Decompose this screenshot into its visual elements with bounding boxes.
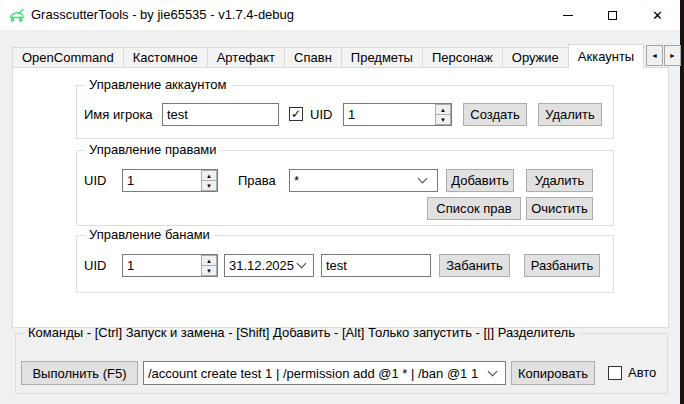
- tab-artifact[interactable]: Артефакт: [207, 47, 285, 68]
- add-permission-button[interactable]: Добавить: [446, 169, 514, 192]
- window-title: GrasscutterTools - by jie65535 - v1.7.4-…: [31, 0, 294, 30]
- auto-checkbox-label: Авто: [628, 361, 656, 385]
- spin-up-button[interactable]: ▲: [435, 104, 451, 114]
- tab-accounts[interactable]: Аккаунты: [568, 44, 644, 68]
- spin-down-button[interactable]: ▼: [201, 265, 217, 276]
- ban-management-group: Управление банами UID 1 ▲ ▼ 31.12.2025 t…: [76, 235, 614, 293]
- perm-uid-spinner[interactable]: 1 ▲ ▼: [122, 169, 218, 192]
- ban-reason-input[interactable]: test: [321, 254, 431, 277]
- minimize-icon: [563, 15, 573, 16]
- uid-checkbox[interactable]: ✓: [289, 107, 303, 121]
- group-title: Управление банами: [85, 227, 214, 242]
- spin-down-button[interactable]: ▼: [201, 180, 217, 191]
- ban-date-picker[interactable]: 31.12.2025: [224, 254, 314, 277]
- spin-down-icon: ▼: [440, 117, 446, 123]
- tab-scroll-right-button[interactable]: ►: [664, 45, 681, 66]
- spin-down-button[interactable]: ▼: [435, 114, 451, 125]
- clear-permissions-button[interactable]: Очистить: [526, 197, 593, 220]
- close-icon: ✕: [652, 8, 663, 23]
- maximize-button[interactable]: [590, 0, 635, 30]
- group-title: Управление аккаунтом: [85, 77, 231, 92]
- uid-checkbox-label: UID: [310, 103, 332, 126]
- commands-group: Команды - [Ctrl] Запуск и замена - [Shif…: [15, 333, 668, 394]
- account-uid-value: 1: [344, 104, 435, 125]
- minimize-button[interactable]: [545, 0, 590, 30]
- command-combobox[interactable]: /account create test 1 | /permission add…: [143, 361, 506, 385]
- arrow-left-icon: ◄: [651, 52, 658, 59]
- app-window: GrasscutterTools - by jie65535 - v1.7.4-…: [0, 0, 680, 404]
- tab-opencommand[interactable]: OpenCommand: [12, 47, 124, 68]
- player-name-label: Имя игрока: [84, 103, 153, 126]
- perm-combobox[interactable]: *: [289, 169, 438, 192]
- tab-items[interactable]: Предметы: [341, 47, 423, 68]
- spin-down-icon: ▼: [206, 268, 212, 274]
- spin-up-icon: ▲: [206, 173, 212, 179]
- perm-uid-value: 1: [123, 170, 201, 191]
- spin-down-icon: ▼: [206, 183, 212, 189]
- ban-uid-value: 1: [123, 255, 201, 276]
- tab-scroll-left-button[interactable]: ◄: [646, 45, 663, 66]
- ban-uid-spinner[interactable]: 1 ▲ ▼: [122, 254, 218, 277]
- tab-spawn[interactable]: Спавн: [284, 47, 342, 68]
- run-command-button[interactable]: Выполнить (F5): [21, 361, 138, 385]
- spin-up-button[interactable]: ▲: [201, 170, 217, 180]
- maximize-icon: [608, 11, 617, 20]
- ban-reason-value: test: [326, 258, 347, 273]
- accounts-tab-page: Управление аккаунтом Имя игрока test ✓ U…: [12, 67, 669, 328]
- check-icon: ✓: [291, 108, 301, 120]
- perm-uid-label: UID: [84, 169, 106, 192]
- spin-up-icon: ▲: [440, 107, 446, 113]
- copy-command-button[interactable]: Копировать: [511, 361, 595, 385]
- chevron-down-icon: [297, 259, 307, 269]
- app-icon: [8, 7, 26, 23]
- chevron-down-icon: [488, 366, 498, 376]
- ban-button[interactable]: Забанить: [439, 254, 510, 277]
- title-bar: GrasscutterTools - by jie65535 - v1.7.4-…: [0, 0, 680, 30]
- spin-up-icon: ▲: [206, 258, 212, 264]
- command-value: /account create test 1 | /permission add…: [148, 366, 478, 381]
- tab-character[interactable]: Персонаж: [422, 47, 503, 68]
- group-title: Управление правами: [85, 142, 221, 157]
- chevron-down-icon: [418, 174, 428, 184]
- player-name-input[interactable]: test: [162, 103, 279, 126]
- account-uid-spinner[interactable]: 1 ▲ ▼: [343, 103, 452, 126]
- perm-label: Права: [238, 169, 276, 192]
- tab-custom[interactable]: Кастомное: [123, 47, 208, 68]
- player-name-value: test: [167, 107, 188, 122]
- close-button[interactable]: ✕: [635, 0, 680, 30]
- auto-checkbox[interactable]: [608, 366, 622, 380]
- arrow-right-icon: ►: [669, 52, 676, 59]
- unban-button[interactable]: Разбанить: [524, 254, 600, 277]
- remove-permission-button[interactable]: Удалить: [526, 169, 593, 192]
- ban-date-value: 31.12.2025: [229, 258, 294, 273]
- spin-up-button[interactable]: ▲: [201, 255, 217, 265]
- ban-uid-label: UID: [84, 254, 106, 277]
- tab-weapon[interactable]: Оружие: [502, 47, 569, 68]
- create-account-button[interactable]: Создать: [463, 103, 527, 126]
- account-management-group: Управление аккаунтом Имя игрока test ✓ U…: [76, 85, 614, 139]
- permission-management-group: Управление правами UID 1 ▲ ▼ Права * Доб…: [76, 150, 614, 226]
- perm-value: *: [294, 173, 299, 188]
- delete-account-button[interactable]: Удалить: [538, 103, 602, 126]
- tab-bar: OpenCommand Кастомное Артефакт Спавн Пре…: [12, 44, 645, 68]
- permission-list-button[interactable]: Список прав: [427, 197, 521, 220]
